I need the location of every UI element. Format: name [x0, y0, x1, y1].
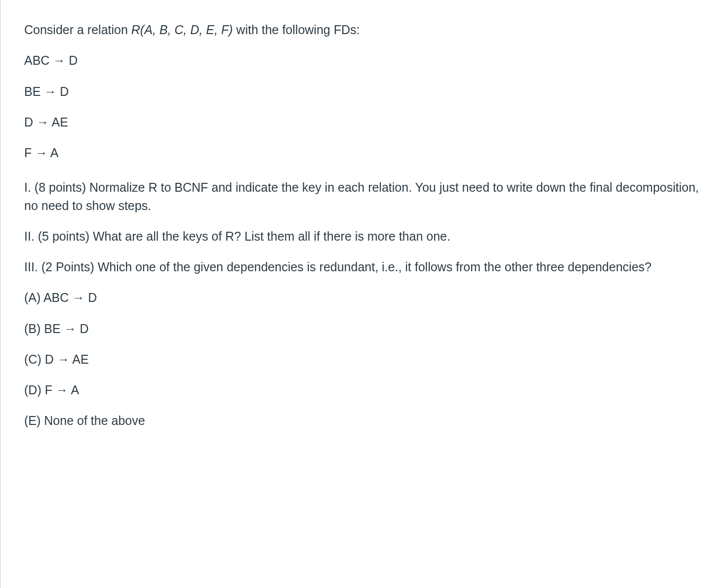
- question-1: I. (8 points) Normalize R to BCNF and in…: [24, 178, 702, 214]
- fd-item: F → A: [24, 144, 702, 162]
- option-c: (C) D → AE: [24, 350, 702, 368]
- question-page: Consider a relation R(A, B, C, D, E, F) …: [0, 0, 726, 588]
- answer-options: (A) ABC → D (B) BE → D (C) D → AE (D) F …: [24, 289, 702, 429]
- option-a: (A) ABC → D: [24, 289, 702, 306]
- relation-name: R(A, B, C, D, E, F): [131, 23, 233, 37]
- option-b: (B) BE → D: [24, 320, 702, 337]
- option-d: (D) F → A: [24, 381, 702, 399]
- question-3: III. (2 Points) Which one of the given d…: [24, 258, 702, 276]
- fd-list: ABC → D BE → D D → AE F → A: [24, 51, 702, 162]
- intro-paragraph: Consider a relation R(A, B, C, D, E, F) …: [24, 21, 702, 39]
- fd-item: BE → D: [24, 83, 702, 100]
- intro-suffix: with the following FDs:: [233, 23, 360, 37]
- intro-prefix: Consider a relation: [24, 23, 131, 37]
- option-e: (E) None of the above: [24, 412, 702, 429]
- fd-item: ABC → D: [24, 51, 702, 69]
- question-2: II. (5 points) What are all the keys of …: [24, 227, 702, 245]
- fd-item: D → AE: [24, 113, 702, 131]
